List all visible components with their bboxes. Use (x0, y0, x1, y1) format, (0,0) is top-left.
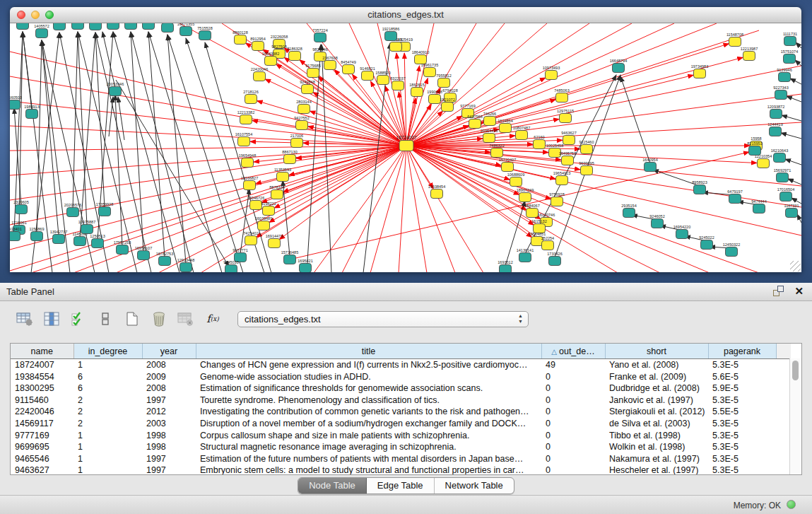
table-cell[interactable]: 2003 (142, 418, 196, 430)
graph-node[interactable] (701, 240, 713, 250)
column-header-pagerank[interactable]: pagerank (708, 344, 776, 359)
table-cell[interactable]: 0 (541, 465, 605, 475)
network-table-select[interactable]: citations_edges.txt ▲▼ (237, 311, 529, 327)
close-light[interactable] (17, 11, 25, 19)
graph-node[interactable] (500, 124, 512, 133)
table-cell[interactable]: 9465546 (11, 453, 73, 465)
graph-node[interactable] (284, 155, 296, 164)
new-column-icon[interactable] (122, 309, 143, 329)
graph-node[interactable] (526, 209, 539, 218)
graph-node[interactable] (542, 241, 554, 250)
graph-node[interactable] (786, 209, 798, 218)
table-cell[interactable]: 5.9E-5 (708, 382, 776, 395)
graph-node[interactable] (780, 192, 792, 201)
graph-node[interactable] (556, 176, 568, 185)
graph-node[interactable] (779, 73, 791, 82)
graph-node[interactable] (277, 173, 289, 182)
graph-node[interactable] (245, 95, 257, 104)
table-cell[interactable]: 0 (541, 441, 605, 453)
table-cell[interactable]: 6 (73, 382, 142, 395)
graph-node[interactable] (107, 23, 119, 30)
graph-node[interactable] (694, 69, 706, 78)
memory-status-icon[interactable] (787, 500, 796, 509)
table-cell[interactable]: Estimation of the future numbers of pati… (196, 453, 541, 465)
table-cell[interactable]: Embryonic stem cells: a model to study s… (196, 465, 541, 475)
table-cell[interactable]: 9115460 (11, 395, 73, 407)
table-cell[interactable]: 5.3E-5 (708, 453, 776, 465)
graph-node[interactable] (581, 145, 593, 154)
graph-node[interactable] (729, 37, 741, 47)
graph-node[interactable] (291, 139, 303, 148)
graph-node[interactable] (238, 137, 250, 146)
table-cell[interactable]: 9777169 (11, 430, 73, 442)
table-cell[interactable]: 5.3E-5 (708, 465, 776, 475)
graph-node[interactable] (442, 103, 454, 112)
graph-node[interactable] (235, 35, 247, 45)
graph-node[interactable] (770, 110, 782, 119)
graph-node[interactable] (469, 119, 481, 129)
graph-node[interactable] (314, 33, 326, 42)
graph-node[interactable] (516, 131, 528, 140)
graph-node[interactable] (784, 54, 796, 64)
table-row[interactable]: 977716911998Corpus callosum shape and si… (11, 430, 791, 442)
graph-node[interactable] (302, 85, 314, 94)
graph-node[interactable] (749, 146, 761, 156)
table-row[interactable]: 911546021997Tourette syndrome. Phenomeno… (11, 395, 791, 407)
table-cell[interactable]: Nakamura et al. (1997) (605, 453, 708, 465)
graph-node[interactable] (726, 247, 738, 257)
table-cell[interactable]: 0 (541, 453, 605, 465)
table-cell[interactable]: 22420046 (11, 406, 73, 418)
graph-node[interactable] (500, 265, 512, 273)
tab-network-table[interactable]: Network Table (435, 478, 514, 493)
graph-node[interactable] (254, 72, 266, 81)
graph-node[interactable] (240, 115, 252, 124)
graph-node[interactable] (271, 190, 283, 199)
graph-node[interactable] (307, 69, 319, 78)
graph-node[interactable] (758, 159, 770, 168)
graph-node[interactable] (676, 230, 688, 239)
table-cell[interactable]: 5.5E-5 (708, 406, 776, 418)
graph-node[interactable] (92, 239, 104, 248)
table-cell[interactable]: Changes of HCN gene expression and I(f) … (196, 359, 541, 371)
table-cell[interactable]: 1998 (142, 430, 196, 442)
table-cell[interactable]: 5.3E-5 (708, 430, 776, 442)
graph-node[interactable] (777, 173, 789, 182)
graph-node[interactable] (774, 153, 786, 163)
table-cell[interactable]: 0 (541, 382, 605, 395)
table-row[interactable]: 1872400712008Changes of HCN gene express… (11, 359, 791, 371)
graph-node[interactable] (431, 189, 443, 199)
table-cell[interactable]: 2 (73, 406, 142, 418)
table-cell[interactable]: Stergiakouli et al. (2012) (605, 406, 708, 418)
graph-node[interactable] (546, 71, 558, 80)
table-cell[interactable]: Tibbo et al. (1998) (605, 430, 708, 442)
graph-node[interactable] (159, 257, 171, 266)
table-row[interactable]: 2242004622012Investigating the contribut… (11, 406, 791, 418)
table-cell[interactable]: 6 (73, 371, 142, 383)
table-cell[interactable]: Hescheler et al. (1997) (605, 465, 708, 475)
table-cell[interactable]: 0 (541, 371, 605, 383)
table-cell[interactable]: 2009 (142, 371, 196, 383)
graph-node[interactable] (252, 42, 264, 51)
graph-node[interactable] (694, 185, 706, 194)
table-cell[interactable]: 2008 (142, 382, 196, 395)
graph-node[interactable] (16, 205, 28, 214)
table-cell[interactable]: 19384554 (11, 371, 73, 383)
table-row[interactable]: 1456911722003Disruption of a novel membe… (11, 418, 791, 430)
table-cell[interactable]: 1 (73, 453, 142, 465)
graph-node[interactable] (770, 127, 782, 136)
table-cell[interactable]: 2008 (142, 359, 196, 371)
graph-node[interactable] (269, 239, 281, 248)
table-cell[interactable]: Disruption of a novel member of a sodium… (196, 418, 541, 430)
table-cell[interactable]: 0 (541, 418, 605, 430)
graph-node[interactable] (483, 134, 495, 143)
table-cell[interactable]: Jankovic et al. (1997) (605, 395, 708, 407)
graph-node[interactable] (519, 193, 531, 202)
graph-node[interactable] (199, 31, 211, 40)
graph-node[interactable] (362, 71, 374, 81)
graph-node[interactable] (551, 197, 563, 206)
graph-node[interactable] (729, 194, 741, 204)
graph-node[interactable] (81, 225, 93, 234)
graph-node[interactable] (510, 177, 522, 187)
graph-node[interactable] (784, 37, 796, 46)
graph-node[interactable] (10, 100, 20, 110)
